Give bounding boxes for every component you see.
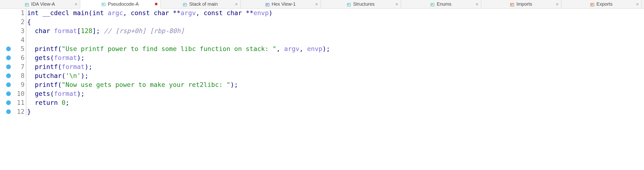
svg-rect-2 xyxy=(26,5,27,5)
gutter-line[interactable]: 10 xyxy=(0,89,24,98)
token-plain xyxy=(27,54,35,61)
token-punc: , xyxy=(276,45,284,52)
gutter-line[interactable]: 12 xyxy=(0,107,24,116)
tab-exports[interactable]: Exports xyxy=(562,0,642,8)
svg-rect-16 xyxy=(266,5,268,5)
line-number: 1 xyxy=(14,9,24,18)
gutter-line[interactable]: 2 xyxy=(0,18,24,27)
svg-rect-36 xyxy=(591,5,592,5)
code-line[interactable]: gets(format); xyxy=(27,53,330,62)
token-plain: __cdecl xyxy=(39,9,73,17)
token-plain xyxy=(27,63,35,70)
hex-icon xyxy=(266,2,270,6)
gutter-line[interactable]: 8 xyxy=(0,71,24,80)
tab-structures[interactable]: Structures xyxy=(321,0,401,8)
svg-rect-31 xyxy=(511,5,512,5)
tab-imports[interactable]: Imports xyxy=(481,0,562,8)
breakpoint-marker-icon[interactable] xyxy=(6,73,11,78)
svg-rect-15 xyxy=(266,4,268,5)
token-plain xyxy=(27,27,35,35)
close-icon[interactable] xyxy=(475,3,479,6)
code-line[interactable]: gets(format); xyxy=(27,89,330,98)
code-line[interactable] xyxy=(27,35,330,44)
struct-icon xyxy=(347,2,351,6)
token-punc: ( xyxy=(58,63,62,70)
close-icon[interactable] xyxy=(556,3,559,6)
svg-rect-10 xyxy=(184,4,186,5)
token-plain xyxy=(27,90,35,97)
close-icon[interactable] xyxy=(636,3,639,6)
tab-label: Imports xyxy=(516,2,532,7)
token-punc: , xyxy=(123,9,131,17)
code-line[interactable]: putchar('\n'); xyxy=(27,71,330,80)
code-line[interactable]: { xyxy=(27,18,330,27)
code-line[interactable]: } xyxy=(27,107,330,116)
token-kw: int xyxy=(92,9,104,17)
code-line[interactable]: return 0; xyxy=(27,98,330,107)
breakpoint-marker-icon[interactable] xyxy=(6,82,11,87)
gutter-line[interactable]: 11 xyxy=(0,98,24,107)
tab-ida-view-a[interactable]: IDA View-A xyxy=(0,0,80,8)
token-punc: ; xyxy=(66,99,69,106)
token-fn: putchar xyxy=(35,72,62,79)
token-arg: format xyxy=(54,27,77,35)
tab-enums[interactable]: Enums xyxy=(401,0,481,8)
close-icon[interactable] xyxy=(235,3,238,6)
tab-pseudocode-a[interactable]: Pseudocode-A xyxy=(80,0,160,9)
token-punc: ( xyxy=(58,45,62,52)
token-cmt: // [rsp+0h] [rbp-80h] xyxy=(104,27,184,35)
code-line[interactable]: char format[128]; // [rsp+0h] [rbp-80h] xyxy=(27,27,330,35)
gutter-line[interactable]: 5 xyxy=(0,44,24,53)
svg-rect-6 xyxy=(102,4,104,4)
token-punc: ( xyxy=(88,9,92,17)
close-icon[interactable] xyxy=(395,3,398,6)
line-number: 2 xyxy=(14,18,24,27)
token-kw: const char xyxy=(131,9,169,17)
breakpoint-marker-icon[interactable] xyxy=(6,109,11,114)
code-body[interactable]: int __cdecl main(int argc, const char **… xyxy=(26,9,330,116)
token-arg: argc xyxy=(108,9,123,17)
close-icon[interactable] xyxy=(74,3,78,6)
line-number: 3 xyxy=(14,27,24,35)
tab-stack-of-main[interactable]: Stack of main xyxy=(160,0,240,8)
line-number: 11 xyxy=(14,98,24,107)
code-line[interactable]: printf("Use printf power to find some li… xyxy=(27,44,330,53)
breakpoint-marker-icon[interactable] xyxy=(6,64,11,69)
svg-rect-21 xyxy=(348,5,349,5)
breakpoint-marker-icon[interactable] xyxy=(6,100,11,105)
gutter-line[interactable]: 9 xyxy=(0,80,24,89)
code-line[interactable]: printf(format); xyxy=(27,62,330,71)
gutter-line[interactable]: 3 xyxy=(0,27,24,35)
token-punc: ); xyxy=(77,90,85,97)
teal-icon xyxy=(25,2,29,6)
breakpoint-marker-icon[interactable] xyxy=(6,47,11,51)
code-line[interactable]: printf("Now use gets power to make your … xyxy=(27,80,330,89)
breakpoint-marker-icon[interactable] xyxy=(6,56,11,60)
teal-icon xyxy=(183,2,187,6)
gutter-line[interactable]: 7 xyxy=(0,62,24,71)
code-line[interactable]: int __cdecl main(int argc, const char **… xyxy=(27,9,330,18)
token-punc: [ xyxy=(77,27,81,35)
breakpoint-marker-icon[interactable] xyxy=(6,91,11,96)
tab-modified-icon[interactable] xyxy=(154,2,158,6)
token-punc: } xyxy=(27,108,31,115)
tab-label: Enums xyxy=(437,2,451,7)
token-punc: ( xyxy=(50,90,54,97)
gutter-line[interactable]: 6 xyxy=(0,53,24,62)
export-icon xyxy=(590,2,594,6)
close-icon[interactable] xyxy=(315,3,318,6)
gutter-line[interactable]: 1 xyxy=(0,9,24,18)
token-plain xyxy=(104,9,108,17)
svg-rect-11 xyxy=(184,5,185,5)
line-number: 7 xyxy=(14,62,24,71)
token-punc: ) xyxy=(269,9,272,17)
token-fn: gets xyxy=(35,90,50,97)
token-str: "Use printf power to find some libc func… xyxy=(62,45,276,52)
token-arg: format xyxy=(62,63,85,70)
token-punc: ); xyxy=(230,81,238,88)
gutter-line[interactable]: 4 xyxy=(0,35,24,44)
tab-label: Stack of main xyxy=(189,2,218,7)
token-kw: int xyxy=(27,9,39,17)
line-number: 4 xyxy=(14,35,24,44)
tab-hex-view-1[interactable]: Hex View-1 xyxy=(240,0,321,8)
